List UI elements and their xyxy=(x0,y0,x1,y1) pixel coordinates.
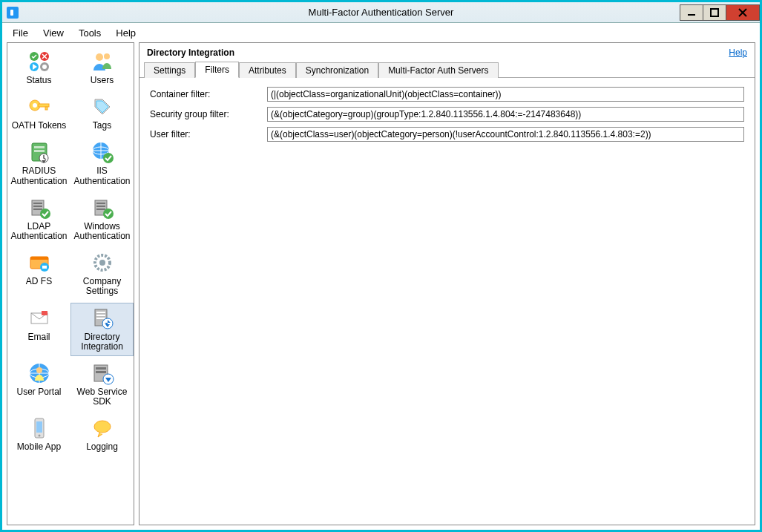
svg-rect-17 xyxy=(34,146,45,148)
web-sdk-icon xyxy=(90,361,115,386)
svg-point-23 xyxy=(103,153,114,163)
user-filter-input[interactable] xyxy=(267,127,744,142)
svg-rect-13 xyxy=(39,104,49,107)
app-icon xyxy=(7,7,19,19)
svg-point-28 xyxy=(40,208,50,219)
menu-file[interactable]: File xyxy=(5,24,36,42)
sidebar-item-email[interactable]: Email xyxy=(7,303,70,356)
sidebar-item-ldap[interactable]: LDAP Authentication xyxy=(7,192,70,246)
windows-auth-icon xyxy=(90,195,115,220)
sidebar-item-tags[interactable]: Tags xyxy=(70,91,134,135)
svg-rect-0 xyxy=(10,10,13,16)
user-portal-icon xyxy=(27,361,52,386)
sidebar-item-label: RADIUS Authentication xyxy=(9,166,69,185)
gear-icon xyxy=(90,250,115,275)
maximize-button[interactable] xyxy=(703,4,726,21)
tab-body: Container filter: Security group filter:… xyxy=(139,78,755,156)
security-group-filter-label: Security group filter: xyxy=(150,109,267,119)
container-filter-label: Container filter: xyxy=(150,89,267,99)
container-filter-input[interactable] xyxy=(267,87,744,102)
close-button[interactable] xyxy=(726,4,760,21)
svg-rect-35 xyxy=(30,257,48,260)
sidebar-item-label: AD FS xyxy=(26,277,52,286)
svg-rect-43 xyxy=(96,312,105,313)
tabstrip: Settings Filters Attributes Synchronizat… xyxy=(139,61,755,78)
sidebar-item-label: IIS Authentication xyxy=(72,166,132,185)
sidebar-item-iis[interactable]: IIS Authentication xyxy=(70,137,134,190)
sidebar-item-directory-integration[interactable]: Directory Integration xyxy=(70,303,134,356)
sidebar-item-web-sdk[interactable]: Web Service SDK xyxy=(70,358,134,411)
sidebar-item-logging[interactable]: Logging xyxy=(70,413,134,456)
svg-rect-54 xyxy=(96,371,106,373)
sidebar-item-user-portal[interactable]: User Portal xyxy=(7,358,70,411)
svg-rect-27 xyxy=(33,208,42,210)
svg-rect-30 xyxy=(96,203,105,204)
svg-rect-25 xyxy=(33,203,42,204)
sidebar-item-label: OATH Tokens xyxy=(12,121,67,131)
user-filter-label: User filter: xyxy=(150,129,267,139)
svg-rect-44 xyxy=(96,315,105,316)
security-group-filter-input[interactable] xyxy=(267,107,744,122)
tab-synchronization[interactable]: Synchronization xyxy=(296,62,378,78)
sidebar-item-status[interactable]: Status xyxy=(7,46,70,90)
sidebar-item-adfs[interactable]: AD FS xyxy=(7,247,70,301)
adfs-icon xyxy=(27,250,52,275)
sidebar-item-oath-tokens[interactable]: OATH Tokens xyxy=(7,91,70,135)
svg-rect-53 xyxy=(96,367,106,370)
tab-settings[interactable]: Settings xyxy=(144,62,195,78)
email-icon xyxy=(27,306,52,331)
help-link[interactable]: Help xyxy=(729,47,747,58)
svg-point-10 xyxy=(104,53,110,59)
sidebar-item-label: LDAP Authentication xyxy=(9,222,69,241)
logging-icon xyxy=(90,416,115,441)
radius-icon xyxy=(27,139,52,165)
sidebar-item-company-settings[interactable]: Company Settings xyxy=(70,247,134,301)
directory-icon xyxy=(90,306,115,331)
status-icon xyxy=(27,49,52,74)
tab-attributes[interactable]: Attributes xyxy=(239,62,296,78)
svg-rect-2 xyxy=(711,9,718,16)
svg-point-51 xyxy=(36,367,42,373)
ldap-icon xyxy=(27,195,52,220)
svg-rect-26 xyxy=(33,206,42,207)
sidebar-item-label: Users xyxy=(91,76,114,85)
svg-point-39 xyxy=(99,260,105,266)
svg-rect-37 xyxy=(42,266,47,269)
menu-tools[interactable]: Tools xyxy=(71,24,108,42)
svg-rect-31 xyxy=(96,206,105,207)
mobile-icon xyxy=(27,416,52,441)
menu-help[interactable]: Help xyxy=(108,24,143,42)
svg-point-33 xyxy=(103,208,114,219)
svg-rect-45 xyxy=(96,318,105,319)
users-icon xyxy=(90,49,115,74)
sidebar-item-mobile-app[interactable]: Mobile App xyxy=(7,413,70,456)
svg-point-59 xyxy=(38,435,40,437)
menu-view[interactable]: View xyxy=(36,24,71,42)
svg-rect-58 xyxy=(36,421,42,433)
tab-mfa-servers[interactable]: Multi-Factor Auth Servers xyxy=(378,62,498,78)
tab-filters[interactable]: Filters xyxy=(195,62,239,78)
svg-rect-41 xyxy=(42,311,47,315)
sidebar-item-label: Logging xyxy=(86,442,118,452)
sidebar: Status Users xyxy=(7,42,134,525)
svg-rect-14 xyxy=(45,107,47,110)
menubar: File View Tools Help xyxy=(2,23,760,42)
svg-point-8 xyxy=(42,65,47,69)
svg-point-60 xyxy=(94,421,111,433)
sidebar-item-label: Directory Integration xyxy=(72,332,132,352)
sidebar-item-users[interactable]: Users xyxy=(70,46,134,90)
sidebar-item-label: Tags xyxy=(93,121,111,131)
svg-rect-32 xyxy=(96,208,105,210)
tags-icon xyxy=(90,94,115,119)
page-title: Directory Integration xyxy=(147,47,234,58)
svg-point-12 xyxy=(33,103,37,108)
sidebar-item-windows-auth[interactable]: Windows Authentication xyxy=(70,192,134,246)
minimize-button[interactable] xyxy=(680,4,703,21)
sidebar-item-label: Mobile App xyxy=(17,442,61,452)
sidebar-item-label: Company Settings xyxy=(72,277,132,296)
sidebar-item-radius[interactable]: RADIUS Authentication xyxy=(7,137,70,190)
sidebar-item-label: Web Service SDK xyxy=(72,387,132,407)
sidebar-item-label: Status xyxy=(26,76,51,85)
sidebar-item-label: User Portal xyxy=(16,387,61,397)
main-panel: Directory Integration Help Settings Filt… xyxy=(139,42,755,525)
